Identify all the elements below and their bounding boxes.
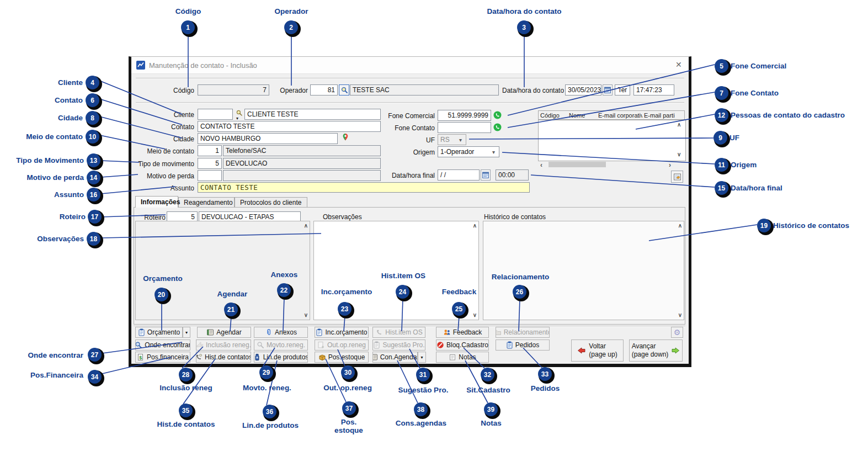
pedidos-button[interactable]: Pedidos bbox=[496, 339, 550, 351]
data-final-field[interactable]: / / bbox=[438, 169, 480, 181]
callout-11: 11 bbox=[715, 158, 728, 172]
hora-final-field[interactable]: 00:00 bbox=[496, 169, 529, 181]
contato-field[interactable]: CONTATO TESTE bbox=[198, 121, 381, 132]
tipo-movimento-code-field[interactable]: 5 bbox=[198, 158, 222, 169]
scroll-up-icon[interactable]: ∧ bbox=[473, 223, 477, 229]
table-header-codigo[interactable]: Código bbox=[538, 110, 568, 120]
pos-estoque-button[interactable]: Pos.estoque bbox=[315, 352, 369, 363]
feedback-button[interactable]: Feedback bbox=[436, 327, 489, 338]
button-label: Notas bbox=[459, 353, 476, 361]
uf-combo[interactable]: RS ▾ bbox=[438, 134, 466, 145]
callout-1: 1 bbox=[181, 20, 195, 34]
codigo-field[interactable]: 7 bbox=[198, 84, 269, 95]
search-icon bbox=[135, 341, 142, 349]
inclusao-reneg-button: Inclusão reneg. bbox=[196, 339, 251, 351]
tab-informacoes[interactable]: Informações bbox=[135, 196, 178, 208]
whatsapp-icon[interactable] bbox=[493, 111, 502, 119]
whatsapp-icon[interactable] bbox=[493, 123, 502, 131]
fone-contato-label: Fone Contato bbox=[374, 124, 435, 132]
button-label: Inclusão reneg. bbox=[206, 341, 251, 349]
callout-label-sit-cadastro: Sit.Cadastro bbox=[466, 386, 510, 394]
time-contato-field[interactable]: 17:47:23 bbox=[633, 84, 674, 95]
callout-label-fone-comercial: Fone Comercial bbox=[731, 62, 786, 70]
origem-combo[interactable]: 1-Operador ▾ bbox=[438, 146, 499, 157]
motivo-perda-desc-field bbox=[223, 170, 381, 181]
bloq-cadastro-button[interactable]: Bloq.Cadastro bbox=[436, 339, 489, 351]
weekday-field: Ter bbox=[615, 84, 630, 95]
origem-label: Origem bbox=[374, 148, 435, 156]
avancar-button[interactable]: Avançar(page down) bbox=[629, 339, 683, 362]
con-agendas-dropdown-button[interactable]: ▾ bbox=[418, 352, 426, 363]
orcamento-dropdown-button[interactable]: ▾ bbox=[183, 327, 190, 338]
calendar-final-button[interactable] bbox=[481, 169, 491, 181]
con-agendas-button[interactable]: Con.Agendas bbox=[372, 352, 418, 363]
table-header-email-corp[interactable]: E-mail corporativo bbox=[597, 110, 643, 120]
scroll-up-icon[interactable]: ∧ bbox=[678, 223, 682, 229]
uf-value: RS bbox=[440, 136, 450, 144]
callout-15: 15 bbox=[715, 181, 728, 195]
button-label: Inc.orçamento bbox=[325, 328, 367, 336]
settings-button[interactable]: ⚙ bbox=[671, 327, 683, 338]
callout-label-pedidos: Pedidos bbox=[531, 384, 560, 392]
calendar-button[interactable] bbox=[603, 84, 613, 95]
table-header-nome[interactable]: Nome bbox=[567, 110, 597, 120]
tab-protocolos[interactable]: Protocolos do cliente bbox=[235, 197, 307, 208]
fone-comercial-field[interactable]: 51.9999.9999 bbox=[438, 110, 491, 121]
map-pin-icon[interactable] bbox=[342, 133, 349, 141]
scroll-up-icon[interactable]: ∧ bbox=[677, 122, 681, 128]
cliente-caret-icon[interactable]: ▾ bbox=[236, 116, 238, 121]
callout-6: 6 bbox=[86, 93, 99, 107]
close-icon[interactable]: ✕ bbox=[675, 60, 682, 69]
callout-4: 4 bbox=[86, 76, 99, 89]
contacts-table-body[interactable] bbox=[538, 120, 686, 161]
table-header-email-part[interactable]: E-mail parti bbox=[642, 110, 685, 120]
scroll-right-icon[interactable]: › bbox=[669, 162, 671, 168]
notas-button[interactable]: Notas bbox=[436, 352, 489, 363]
hist-de-contatos-button[interactable]: Hist.de contatos bbox=[196, 352, 251, 363]
voltar-label: Voltar bbox=[589, 342, 606, 351]
callout-label-sugestao-pro: Sugestão Pro. bbox=[398, 386, 449, 394]
h-scroll-thumb[interactable] bbox=[549, 162, 606, 167]
historico-memo[interactable]: ∧ ∨ bbox=[483, 221, 684, 320]
agendar-button[interactable]: Agendar bbox=[197, 327, 251, 338]
budget-clipboard-icon bbox=[316, 328, 323, 336]
tab-reagendamento[interactable]: Reagendamento bbox=[178, 197, 235, 208]
cidade-field[interactable]: NOVO HAMBURGO bbox=[198, 133, 338, 144]
inc-orcamento-button[interactable]: Inc.orçamento bbox=[315, 327, 369, 338]
scroll-down-icon[interactable]: ∨ bbox=[304, 312, 308, 318]
scroll-down-icon[interactable]: ∨ bbox=[678, 312, 682, 318]
cliente-name-field[interactable]: CLIENTE TESTE bbox=[244, 109, 381, 120]
operador-lookup-button[interactable] bbox=[339, 84, 349, 95]
scroll-up-icon[interactable]: ∧ bbox=[304, 223, 308, 229]
roteiro-label: Roteiro bbox=[139, 214, 166, 221]
callout-32: 32 bbox=[481, 368, 494, 381]
onde-encontrar-button[interactable]: Onde encontrar bbox=[135, 339, 190, 351]
callout-9: 9 bbox=[713, 131, 727, 145]
callout-14: 14 bbox=[87, 171, 100, 184]
cliente-code-field[interactable] bbox=[198, 109, 233, 120]
separator bbox=[136, 102, 684, 103]
pos-financeira-button[interactable]: $ Pos.financeira bbox=[135, 352, 190, 363]
anexos-button[interactable]: Anexos bbox=[254, 327, 308, 338]
callout-label-observacoes: Observações bbox=[37, 235, 84, 243]
callout-37: 37 bbox=[342, 401, 356, 415]
voltar-button[interactable]: Voltar(page up) bbox=[571, 339, 624, 362]
orcamento-button[interactable]: Orçamento bbox=[135, 327, 183, 338]
lin-de-produtos-button[interactable]: Lin.de produtos bbox=[254, 352, 308, 363]
assunto-field[interactable]: CONTATO TESTE bbox=[198, 182, 530, 193]
operador-code-field[interactable]: 81 bbox=[310, 84, 338, 95]
callout-39: 39 bbox=[484, 402, 498, 416]
scroll-left-icon[interactable]: ‹ bbox=[540, 162, 542, 168]
data-contato-field[interactable]: 30/05/2023 bbox=[565, 84, 601, 95]
button-label: Pos.estoque bbox=[328, 353, 365, 361]
meio-contato-code-field[interactable]: 1 bbox=[198, 145, 222, 156]
contact-people-button[interactable] bbox=[671, 171, 683, 183]
datahora-contato-label: Data/hora do contato bbox=[502, 87, 563, 94]
callout-19: 19 bbox=[757, 219, 771, 232]
scroll-down-icon[interactable]: ∨ bbox=[677, 152, 681, 157]
calendar-icon bbox=[604, 86, 611, 94]
fone-contato-field[interactable] bbox=[438, 122, 491, 133]
scroll-down-icon[interactable]: ∨ bbox=[473, 312, 477, 318]
motivo-perda-code-field[interactable] bbox=[198, 170, 222, 181]
button-label: Pos.financeira bbox=[147, 353, 189, 361]
